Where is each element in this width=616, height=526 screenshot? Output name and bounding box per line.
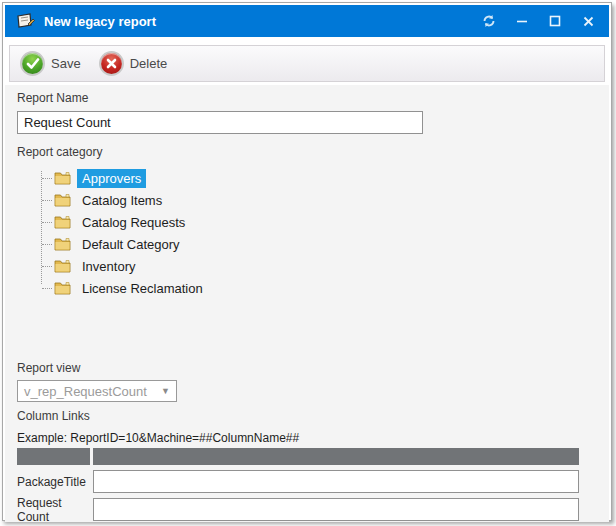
category-tree: Approvers Catalog Items Catalog Requests — [41, 167, 597, 299]
folder-icon — [54, 193, 71, 207]
tree-item-label: Default Category — [77, 235, 185, 254]
window-title: New legacy report — [44, 14, 482, 29]
delete-label: Delete — [130, 56, 168, 71]
minimize-icon — [516, 15, 528, 27]
folder-icon — [54, 171, 71, 185]
tree-item-license-reclamation[interactable]: License Reclamation — [41, 277, 597, 299]
close-button[interactable] — [581, 14, 595, 28]
toolbar-band: Save Delete — [5, 37, 609, 85]
delete-x-icon — [99, 51, 124, 76]
report-name-label: Report Name — [17, 91, 597, 106]
maximize-button[interactable] — [548, 14, 562, 28]
tree-item-label: Approvers — [77, 169, 146, 188]
dialog-content: Report Name Report category Approvers — [5, 85, 609, 522]
dialog-window: New legacy report — [2, 2, 612, 521]
row-label-packagetitle: PackageTitle — [17, 475, 93, 489]
folder-icon — [54, 259, 71, 273]
save-label: Save — [51, 56, 81, 71]
close-icon — [583, 16, 594, 27]
titlebar: New legacy report — [5, 5, 609, 37]
column-links-example: Example: ReportID=10&Machine=##ColumnNam… — [17, 431, 597, 445]
tree-item-label: License Reclamation — [77, 279, 208, 298]
table-row: PackageTitle — [17, 470, 579, 493]
tree-item-catalog-requests[interactable]: Catalog Requests — [41, 211, 597, 233]
request-count-link-input[interactable] — [93, 498, 579, 521]
row-label-request-count: Request Count — [17, 496, 93, 524]
tree-item-label: Catalog Requests — [77, 213, 190, 232]
grid-header-cell — [17, 448, 90, 465]
report-name-input[interactable] — [17, 111, 423, 134]
folder-icon — [54, 215, 71, 229]
toolbar: Save Delete — [9, 45, 605, 82]
tree-item-inventory[interactable]: Inventory — [41, 255, 597, 277]
tree-item-catalog-items[interactable]: Catalog Items — [41, 189, 597, 211]
report-note-icon — [15, 12, 35, 30]
delete-button[interactable]: Delete — [99, 51, 168, 76]
refresh-icon — [482, 14, 496, 28]
column-links-label: Column Links — [17, 409, 597, 424]
tree-item-label: Inventory — [77, 257, 140, 276]
save-check-icon — [20, 51, 45, 76]
grid-header-cell — [93, 448, 579, 465]
minimize-button[interactable] — [515, 14, 529, 28]
report-view-value: v_rep_RequestCount — [24, 384, 161, 399]
column-links-grid: PackageTitle Request Count — [17, 448, 579, 521]
tree-item-label: Catalog Items — [77, 191, 167, 210]
report-view-label: Report view — [17, 361, 597, 376]
report-view-select[interactable]: v_rep_RequestCount ▼ — [17, 380, 177, 402]
folder-icon — [54, 237, 71, 251]
grid-header — [17, 448, 579, 465]
report-category-label: Report category — [17, 145, 597, 160]
packagetitle-link-input[interactable] — [93, 470, 579, 493]
table-row: Request Count — [17, 498, 579, 521]
save-button[interactable]: Save — [20, 51, 81, 76]
maximize-icon — [549, 15, 561, 27]
refresh-button[interactable] — [482, 14, 496, 28]
tree-item-default-category[interactable]: Default Category — [41, 233, 597, 255]
tree-item-approvers[interactable]: Approvers — [41, 167, 597, 189]
folder-icon — [54, 281, 71, 295]
chevron-down-icon: ▼ — [161, 386, 170, 396]
